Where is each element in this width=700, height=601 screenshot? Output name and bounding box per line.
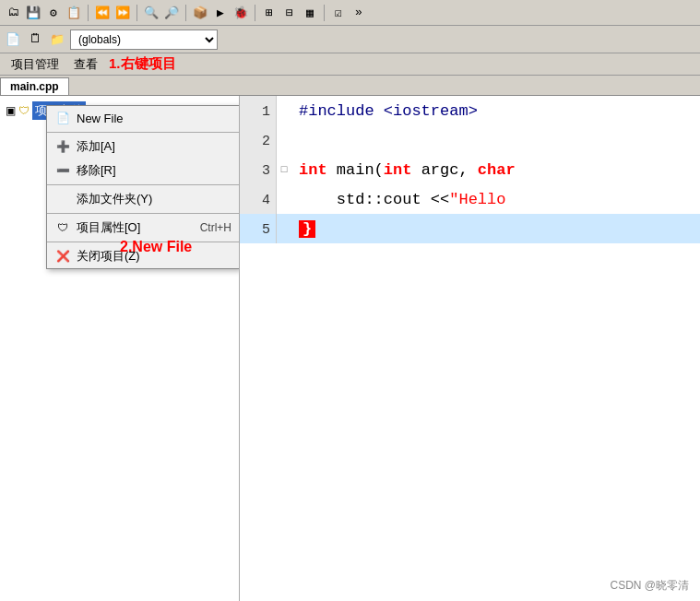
ctx-add-label: 添加[A] — [77, 138, 115, 155]
ctx-close[interactable]: ❌ 关闭项目(Z) — [47, 244, 239, 268]
line-marker-3: □ — [277, 155, 291, 184]
check-icon[interactable]: ☑ — [329, 4, 348, 22]
project-panel: ▣ 🛡 项目文件 📄 New File ➕ 添加[A] ➖ 移除[R] — [0, 96, 240, 601]
string-hello: "Hello — [449, 191, 505, 208]
sep3 — [185, 5, 186, 21]
menu-view[interactable]: 查看 — [66, 54, 105, 75]
find-icon[interactable]: 🔍 — [142, 4, 160, 22]
ctx-remove[interactable]: ➖ 移除[R] — [47, 159, 239, 183]
code-line-1: 1 #include <iostream> — [240, 96, 700, 125]
ctx-sep2 — [47, 184, 239, 185]
settings-icon[interactable]: ⚙ — [44, 4, 63, 22]
gear2-icon[interactable]: 📋 — [65, 4, 83, 22]
find2-icon[interactable]: 🔎 — [162, 4, 181, 22]
line-num-1: 1 — [240, 96, 277, 125]
line-content-1: #include <iostream> — [291, 96, 485, 125]
sep5 — [324, 5, 325, 21]
kw-char: char — [478, 161, 516, 179]
line-marker-1 — [277, 96, 291, 125]
sep2 — [136, 5, 137, 21]
sep4 — [255, 5, 255, 21]
arrow-icon[interactable]: » — [350, 4, 368, 22]
close-icon: ❌ — [54, 248, 71, 265]
save-icon[interactable]: 💾 — [24, 4, 42, 22]
ctx-properties-label: 项目属性[O] — [77, 219, 140, 236]
fn-args: argc, — [411, 161, 477, 179]
file2-icon[interactable]: 🗒 — [26, 30, 44, 49]
line-num-3: 3 — [240, 155, 277, 184]
main-area: ▣ 🛡 项目文件 📄 New File ➕ 添加[A] ➖ 移除[R] — [0, 96, 700, 601]
grid2-icon[interactable]: ⊟ — [280, 4, 299, 22]
annotation-label-1: 1.右键项目 — [109, 55, 176, 73]
expand-icon: ▣ — [6, 104, 16, 117]
file-icon[interactable]: 📄 — [4, 30, 22, 49]
add-folder-icon — [54, 191, 71, 207]
compile-icon[interactable]: 📦 — [191, 4, 209, 22]
kw-int: int — [299, 161, 337, 179]
menubar: 项目管理 查看 1.右键项目 — [0, 53, 700, 76]
debug-icon[interactable]: 🐞 — [231, 4, 250, 22]
code-line-5: 5 } — [240, 214, 700, 243]
watermark: CSDN @晓零清 — [610, 578, 689, 594]
code-line-2: 2 — [240, 125, 700, 155]
menu-project[interactable]: 项目管理 — [4, 54, 66, 75]
ctx-add-folder[interactable]: 添加文件夹(Y) — [47, 187, 239, 211]
ctx-new-file-label: New File — [77, 112, 124, 125]
toolbar-row2: 📄 🗒 📁 (globals) — [0, 26, 700, 53]
globals-dropdown[interactable]: (globals) — [70, 29, 218, 50]
line-content-4: std::cout << "Hello — [291, 184, 513, 214]
line-content-3: int main( int argc, char — [291, 155, 523, 184]
line-num-2: 2 — [240, 125, 277, 155]
code-editor[interactable]: 1 #include <iostream> 2 3 □ int main( — [240, 96, 700, 601]
ctx-new-file[interactable]: 📄 New File — [47, 106, 239, 130]
ctx-add[interactable]: ➕ 添加[A] — [47, 135, 239, 159]
folder-icon: 🛡 — [18, 104, 30, 117]
ctx-add-folder-label: 添加文件夹(Y) — [77, 191, 152, 207]
tab-main-cpp[interactable]: main.cpp — [0, 77, 69, 95]
line-content-2 — [291, 125, 315, 155]
ctx-properties-shortcut: Ctrl+H — [200, 221, 231, 234]
cout-text: std::cout << — [299, 191, 449, 208]
line-marker-5 — [277, 214, 291, 243]
ctx-properties[interactable]: 🛡 项目属性[O] Ctrl+H — [47, 216, 239, 240]
grid-icon[interactable]: ⊞ — [260, 4, 279, 22]
line-num-5: 5 — [240, 214, 277, 243]
ctx-close-label: 关闭项目(Z) — [77, 248, 140, 265]
fn-main: main( — [337, 161, 384, 179]
new-file-icon: 📄 — [54, 110, 71, 126]
file3-icon[interactable]: 📁 — [48, 30, 66, 49]
remove-icon: ➖ — [54, 162, 71, 179]
undo-icon[interactable]: ⏪ — [93, 4, 112, 22]
toolbar-row1: 🗂 💾 ⚙ 📋 ⏪ ⏩ 🔍 🔎 📦 ▶ 🐞 ⊞ ⊟ ▦ ☑ » — [0, 0, 700, 26]
ctx-remove-label: 移除[R] — [77, 162, 116, 179]
open-icon[interactable]: 🗂 — [4, 4, 22, 22]
code-lines: 1 #include <iostream> 2 3 □ int main( — [240, 96, 700, 601]
line-marker-2 — [277, 125, 291, 155]
redo-icon[interactable]: ⏩ — [113, 4, 132, 22]
sep1 — [88, 5, 89, 21]
ctx-sep1 — [47, 132, 239, 133]
ctx-sep4 — [47, 242, 239, 242]
brace-close: } — [299, 220, 315, 238]
add-icon: ➕ — [54, 138, 71, 155]
code-line-3: 3 □ int main( int argc, char — [240, 155, 700, 184]
properties-icon: 🛡 — [54, 219, 71, 236]
tabbar: main.cpp — [0, 76, 700, 96]
line-num-4: 4 — [240, 184, 277, 214]
grid3-icon[interactable]: ▦ — [301, 4, 319, 22]
ctx-sep3 — [47, 213, 239, 214]
include-text: #include <iostream> — [299, 102, 478, 120]
context-menu: 📄 New File ➕ 添加[A] ➖ 移除[R] 添加文件夹(Y) — [46, 105, 240, 269]
line-marker-4 — [277, 184, 291, 214]
kw-int2: int — [384, 161, 412, 179]
line-content-5: } — [291, 214, 323, 243]
code-line-4: 4 std::cout << "Hello — [240, 184, 700, 214]
run-icon[interactable]: ▶ — [211, 4, 230, 22]
